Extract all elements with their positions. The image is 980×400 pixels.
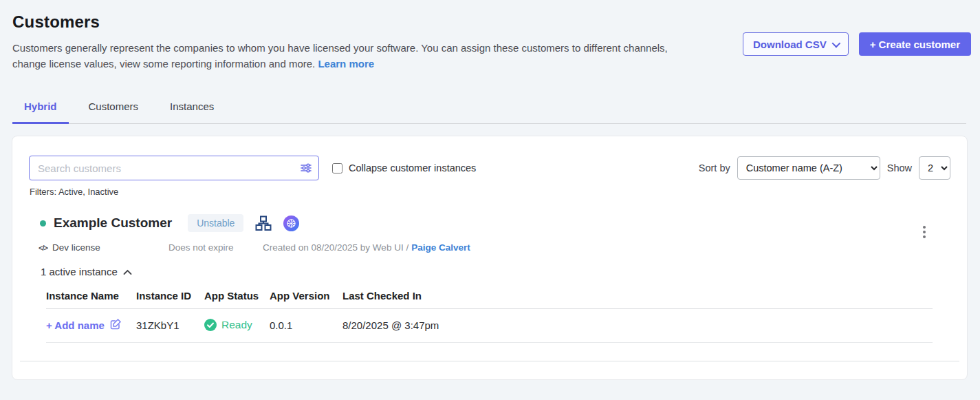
search-wrap <box>29 156 319 180</box>
sort-by-label: Sort by <box>699 162 730 173</box>
tab-instances[interactable]: Instances <box>158 101 226 124</box>
chevron-down-icon <box>831 39 840 48</box>
page-header: Customers Customers generally represent … <box>0 0 980 72</box>
created-info: Created on 08/20/2025 by Web UI /Paige C… <box>263 242 470 253</box>
kubernetes-icon <box>283 215 299 231</box>
app-status-value: Ready <box>204 319 270 331</box>
chevron-up-icon <box>123 266 132 277</box>
sitemap-icon <box>255 215 272 231</box>
license-type: </> Dev license <box>39 242 168 253</box>
collapse-instances-label[interactable]: Collapse customer instances <box>349 162 476 173</box>
instance-id-value: 31ZKbY1 <box>136 319 204 331</box>
download-csv-label: Download CSV <box>753 39 827 50</box>
col-app-version: App Version <box>270 290 342 302</box>
code-icon: </> <box>39 244 47 252</box>
customer-name[interactable]: Example Customer <box>54 215 172 231</box>
instances-table: Instance Name Instance ID App Status App… <box>46 290 933 343</box>
license-type-label: Dev license <box>52 242 100 253</box>
collapse-instances-group: Collapse customer instances <box>332 162 476 173</box>
page-title: Customers <box>12 12 683 32</box>
section-divider <box>20 361 959 361</box>
tab-bar: Hybrid Customers Instances <box>12 101 966 124</box>
channel-badge: Unstable <box>188 214 243 232</box>
customer-row-menu-button[interactable] <box>920 223 928 241</box>
add-name-link[interactable]: + Add name <box>46 318 136 332</box>
toolbar-right: Sort by Customer name (A-Z) Show 20 <box>699 156 950 180</box>
show-label: Show <box>887 162 912 173</box>
customers-panel: Collapse customer instances Sort by Cust… <box>12 136 968 380</box>
active-status-dot <box>40 220 46 227</box>
download-csv-button[interactable]: Download CSV <box>743 32 849 56</box>
sort-by-select[interactable]: Customer name (A-Z) <box>737 156 880 180</box>
customer-header-row: Example Customer Unstable <box>40 214 950 232</box>
check-circle-icon <box>204 319 217 331</box>
license-row: </> Dev license Does not expire Created … <box>39 242 950 253</box>
app-version-value: 0.0.1 <box>270 319 342 331</box>
instance-row: + Add name 31ZKbY1 Ready 0.0.1 8/20/2025… <box>46 309 933 343</box>
app-status-label: Ready <box>221 319 252 331</box>
filter-sliders-icon[interactable] <box>300 162 312 177</box>
create-customer-button[interactable]: + Create customer <box>859 32 971 56</box>
tab-hybrid[interactable]: Hybrid <box>12 101 69 124</box>
instances-table-header: Instance Name Instance ID App Status App… <box>46 290 933 309</box>
license-expiration: Does not expire <box>168 242 263 253</box>
instance-summary-toggle[interactable]: 1 active instance <box>41 266 950 277</box>
col-last-checked-in: Last Checked In <box>342 290 933 302</box>
col-app-status: App Status <box>204 290 270 302</box>
search-input[interactable] <box>29 156 319 180</box>
created-text: Created on 08/20/2025 by Web UI / <box>263 242 409 253</box>
active-filters-note: Filters: Active, Inactive <box>30 187 950 197</box>
col-instance-id: Instance ID <box>136 290 204 302</box>
tab-customers[interactable]: Customers <box>77 101 151 124</box>
learn-more-link[interactable]: Learn more <box>318 58 374 70</box>
collapse-instances-checkbox[interactable] <box>332 163 342 173</box>
show-count-select[interactable]: 20 <box>919 156 950 180</box>
col-instance-name: Instance Name <box>46 290 136 302</box>
created-by-link[interactable]: Paige Calvert <box>411 242 470 253</box>
last-checked-in-value: 8/20/2025 @ 3:47pm <box>342 319 933 331</box>
toolbar: Collapse customer instances Sort by Cust… <box>29 156 950 180</box>
page-description: Customers generally represent the compan… <box>12 41 683 72</box>
header-text-block: Customers Customers generally represent … <box>12 12 683 72</box>
instance-summary-label: 1 active instance <box>41 266 118 277</box>
edit-icon <box>110 318 122 332</box>
header-actions: Download CSV + Create customer <box>743 32 971 56</box>
add-name-label: + Add name <box>46 319 105 331</box>
